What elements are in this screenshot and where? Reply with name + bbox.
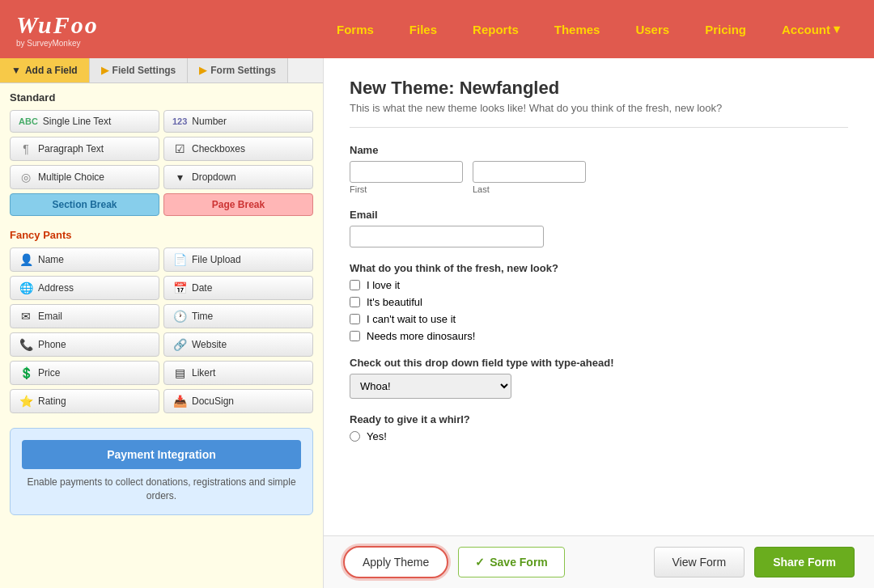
- form-email-group: Email: [350, 209, 848, 247]
- nav-pricing[interactable]: Pricing: [687, 23, 764, 36]
- tab-field-settings[interactable]: ▶ Field Settings: [90, 58, 189, 82]
- form-radio-group: Ready to give it a whirl? Yes!: [350, 413, 848, 442]
- fancy-section: Fancy Pants 👤 Name 📄 File Upload 🌐 Addre…: [0, 221, 323, 418]
- field-checkboxes[interactable]: ☑ Checkboxes: [163, 137, 313, 161]
- likert-icon: ▤: [172, 366, 187, 379]
- form-last-name-input[interactable]: [473, 161, 586, 183]
- standard-section-title: Standard: [10, 91, 313, 104]
- tab-form-settings[interactable]: ▶ Form Settings: [188, 58, 288, 82]
- last-name-sublabel: Last: [473, 184, 586, 194]
- logo-area: WuFoo by SurveyMonkey: [16, 11, 99, 48]
- nav-users[interactable]: Users: [617, 23, 687, 36]
- payment-section: Payment Integration Enable payments to c…: [10, 428, 313, 515]
- save-form-button[interactable]: ✓ Save Form: [458, 547, 565, 577]
- checkbox-item-1[interactable]: I love it: [350, 279, 848, 291]
- payment-description: Enable payments to collect donations, re…: [22, 476, 301, 503]
- form-dropdown-group: Check out this drop down field type with…: [350, 357, 848, 399]
- standard-section: Standard ABC Single Line Text 123 Number…: [0, 83, 323, 221]
- checkbox-item-4[interactable]: Needs more dinosaurs!: [350, 330, 848, 342]
- field-address[interactable]: 🌐 Address: [10, 276, 159, 300]
- main-layout: ▼ Add a Field ▶ Field Settings ▶ Form Se…: [0, 58, 874, 588]
- date-icon: 📅: [172, 281, 187, 294]
- first-name-sublabel: First: [350, 184, 463, 194]
- website-icon: 🔗: [172, 338, 187, 351]
- form-dropdown-label: Check out this drop down field type with…: [350, 357, 848, 369]
- field-number[interactable]: 123 Number: [163, 110, 313, 133]
- checkbox-label-2: It's beautiful: [367, 296, 422, 308]
- field-docusign[interactable]: 📥 DocuSign: [163, 389, 313, 413]
- nav: Forms Files Reports Themes Users Pricing…: [319, 22, 858, 36]
- field-dropdown[interactable]: ▾ Dropdown: [163, 165, 313, 189]
- field-date[interactable]: 📅 Date: [163, 276, 313, 300]
- radio-item-1[interactable]: Yes!: [350, 430, 848, 442]
- field-rating[interactable]: ⭐ Rating: [10, 389, 159, 413]
- docusign-icon: 📥: [172, 395, 187, 408]
- field-multiple-choice[interactable]: ◎ Multiple Choice: [10, 165, 159, 189]
- field-time[interactable]: 🕐 Time: [163, 304, 313, 328]
- checkbox-label-4: Needs more dinosaurs!: [367, 330, 475, 342]
- form-radio-label: Ready to give it a whirl?: [350, 413, 848, 425]
- standard-fields-grid: ABC Single Line Text 123 Number ¶ Paragr…: [10, 110, 313, 216]
- field-phone[interactable]: 📞 Phone: [10, 332, 159, 357]
- nav-files[interactable]: Files: [392, 23, 455, 36]
- field-settings-arrow-icon: ▶: [101, 65, 108, 76]
- checkbox-input-3[interactable]: [350, 314, 360, 324]
- address-icon: 🌐: [19, 281, 33, 294]
- nav-account[interactable]: Account ▾: [764, 22, 858, 36]
- form-name-label: Name: [350, 144, 848, 156]
- chevron-down-icon: ▾: [834, 22, 840, 36]
- form-dropdown-select[interactable]: Whoa! Option 2 Option 3: [350, 374, 511, 399]
- field-paragraph-text[interactable]: ¶ Paragraph Text: [10, 137, 159, 161]
- form-email-input[interactable]: [350, 226, 544, 247]
- phone-icon: 📞: [19, 338, 33, 351]
- name-icon: 👤: [19, 253, 33, 266]
- form-title: New Theme: Newfangled: [350, 78, 848, 99]
- form-settings-arrow-icon: ▶: [199, 65, 206, 76]
- payment-integration-button[interactable]: Payment Integration: [22, 440, 301, 469]
- logo-text: WuFoo: [16, 11, 99, 39]
- time-icon: 🕐: [172, 310, 187, 323]
- checkbox-label-1: I love it: [367, 279, 400, 291]
- form-question1-group: What do you think of the fresh, new look…: [350, 262, 848, 342]
- field-single-line-text[interactable]: ABC Single Line Text: [10, 110, 159, 133]
- radio-label-1: Yes!: [367, 430, 387, 442]
- checkbox-item-3[interactable]: I can't wait to use it: [350, 313, 848, 325]
- checkbox-label-3: I can't wait to use it: [367, 313, 456, 325]
- form-first-name-input[interactable]: [350, 161, 463, 183]
- checkboxes-icon: ☑: [172, 142, 187, 155]
- field-price[interactable]: 💲 Price: [10, 361, 159, 385]
- form-question1-label: What do you think of the fresh, new look…: [350, 262, 848, 274]
- form-preview: New Theme: Newfangled This is what the n…: [324, 58, 874, 535]
- radio-input-1[interactable]: [350, 431, 360, 442]
- field-email[interactable]: ✉ Email: [10, 304, 159, 328]
- nav-forms[interactable]: Forms: [319, 23, 392, 36]
- form-name-inputs: First Last: [350, 161, 848, 194]
- field-file-upload[interactable]: 📄 File Upload: [163, 247, 313, 272]
- nav-reports[interactable]: Reports: [455, 23, 537, 36]
- fancy-fields-grid: 👤 Name 📄 File Upload 🌐 Address 📅 Date ✉: [10, 247, 313, 413]
- form-first-name-wrap: First: [350, 161, 463, 194]
- form-radio-options: Yes!: [350, 430, 848, 442]
- form-name-group: Name First Last: [350, 144, 848, 194]
- checkbox-input-2[interactable]: [350, 297, 360, 307]
- content-area: New Theme: Newfangled This is what the n…: [324, 58, 874, 588]
- rating-icon: ⭐: [19, 395, 33, 408]
- sidebar-tabs: ▼ Add a Field ▶ Field Settings ▶ Form Se…: [0, 58, 323, 83]
- share-form-button[interactable]: Share Form: [754, 547, 855, 577]
- checkbox-input-1[interactable]: [350, 280, 360, 290]
- view-form-button[interactable]: View Form: [654, 547, 745, 577]
- save-icon: ✓: [475, 556, 485, 569]
- field-name[interactable]: 👤 Name: [10, 247, 159, 272]
- field-website[interactable]: 🔗 Website: [163, 332, 313, 357]
- multiple-choice-icon: ◎: [19, 171, 33, 184]
- header: WuFoo by SurveyMonkey Forms Files Report…: [0, 0, 874, 58]
- nav-themes[interactable]: Themes: [537, 23, 618, 36]
- field-page-break[interactable]: Page Break: [163, 193, 313, 216]
- tab-add-field[interactable]: ▼ Add a Field: [0, 58, 90, 82]
- field-likert[interactable]: ▤ Likert: [163, 361, 313, 385]
- field-section-break[interactable]: Section Break: [10, 193, 159, 216]
- checkbox-input-4[interactable]: [350, 331, 360, 341]
- apply-theme-button[interactable]: Apply Theme: [343, 546, 448, 578]
- number-icon: 123: [172, 116, 187, 126]
- checkbox-item-2[interactable]: It's beautiful: [350, 296, 848, 308]
